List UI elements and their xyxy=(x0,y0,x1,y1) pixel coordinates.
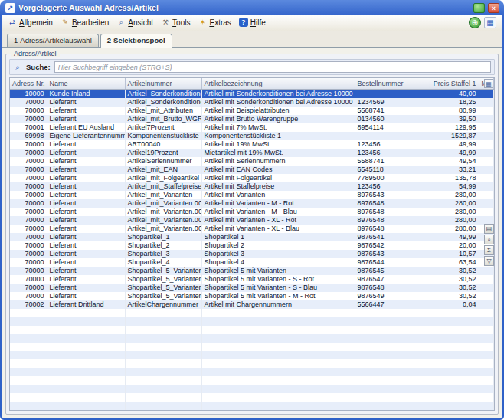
table-row[interactable]: 70000LieferantShopartikel_4Shopartikel 4… xyxy=(10,258,494,267)
empty-cell xyxy=(479,376,494,385)
table-row[interactable]: 70000LieferantArtikel_mit_StaffelpreiseA… xyxy=(10,182,494,191)
cell: Shopartikel_2 xyxy=(125,241,201,250)
cell: Lieferant xyxy=(47,258,125,267)
column-chooser-icon[interactable]: ▦ xyxy=(484,79,493,88)
column-header[interactable]: Artikelbezeichnung xyxy=(201,78,355,89)
table-row[interactable]: 70000LieferantArtikel_mit_VariantenArtik… xyxy=(10,191,494,199)
empty-row xyxy=(10,410,494,412)
cell: 10,57 xyxy=(430,250,479,258)
menu-label: Hilfe xyxy=(250,18,266,27)
grid-side-toolbar: ▤ ⌕ Σ ▽ xyxy=(484,224,494,266)
table-row[interactable]: 70000LieferantShopartikel_5_VariantenSho… xyxy=(10,267,494,275)
table-row[interactable]: 70000LieferantArtikel_mit_Brutto_WGRArti… xyxy=(10,115,494,123)
cell xyxy=(479,174,494,182)
cell: ArtikelChargennummer xyxy=(125,300,201,309)
empty-cell xyxy=(430,368,479,376)
tab-adress-artikelauswahl[interactable]: 1Adress/Artikelauswahl xyxy=(7,34,99,47)
table-row[interactable]: 70000LieferantArtikel_SonderkonditionenA… xyxy=(10,98,494,107)
table-row[interactable]: 70000LieferantArtikel19ProzentMietartike… xyxy=(10,149,494,157)
empty-cell xyxy=(430,376,479,385)
menu-label: Bearbeiten xyxy=(72,18,109,27)
sum-row-button[interactable]: Σ xyxy=(484,245,494,255)
cell: Komponentenstuckliste_1 xyxy=(125,132,201,140)
table-row[interactable]: 70000LieferantShopartikel_5_Varianten.3S… xyxy=(10,292,494,300)
cell: 8976548 xyxy=(355,216,430,225)
menu-hilfe[interactable]: ? Hilfe xyxy=(236,16,270,29)
table-row[interactable]: 70000LieferantArtikel_mit_AttributenArti… xyxy=(10,107,494,115)
cell: Lieferant xyxy=(47,149,125,157)
cell: 6545118 xyxy=(355,166,430,174)
search-input[interactable] xyxy=(54,61,491,73)
column-header[interactable]: Name xyxy=(47,78,125,89)
column-header[interactable]: Artikelnummer xyxy=(125,78,201,89)
column-header[interactable]: Adress-Nr. xyxy=(10,78,47,89)
table-row[interactable]: 70000LieferantShopartikel_5_Varianten.2S… xyxy=(10,284,494,292)
cell: Lieferant xyxy=(47,107,125,115)
cell: 18,25 xyxy=(430,98,479,107)
empty-cell xyxy=(10,317,47,326)
table-row[interactable]: 70000LieferantArtikel_mit_EANArtikel mit… xyxy=(10,166,494,174)
cell: 30,52 xyxy=(430,267,479,275)
groupbox-label: Adress/Artikel xyxy=(11,50,60,57)
column-header[interactable]: Bestellnummer xyxy=(355,78,430,89)
table-row[interactable]: 70000LieferantArtikel_mit_Varianten.005A… xyxy=(10,216,494,225)
cell: Shopartikel 5 mit Varianten - S - Rot xyxy=(201,275,355,284)
table-row[interactable]: 70000LieferantShopartikel_3Shopartikel 3… xyxy=(10,250,494,258)
empty-cell xyxy=(125,385,201,393)
table-row[interactable]: 70000LieferantShopartikel_1Shopartikel 1… xyxy=(10,233,494,241)
table-row[interactable]: 10000Kunde InlandArtikel_Sonderkondition… xyxy=(10,89,494,98)
empty-cell xyxy=(125,410,201,412)
menu-allgemein[interactable]: ⇄ Allgemein xyxy=(5,16,57,29)
table-icon[interactable]: ▦ xyxy=(484,17,496,28)
cell: 70000 xyxy=(10,284,47,292)
empty-cell xyxy=(430,402,479,410)
globe-icon[interactable]: ⊕ xyxy=(469,17,481,28)
close-button[interactable]: × xyxy=(488,3,499,13)
cell xyxy=(479,284,494,292)
column-header[interactable]: Preis Staffel 1 xyxy=(430,78,479,89)
table-row[interactable]: 70000LieferantART00040Artikel mit 19% Mw… xyxy=(10,140,494,149)
minimize-button[interactable] xyxy=(473,3,485,13)
table-row[interactable]: 70000LieferantArtikel_mit_Varianten.003A… xyxy=(10,199,494,208)
table-row[interactable]: 70000LieferantShopartikel_5_Varianten.1S… xyxy=(10,275,494,284)
empty-cell xyxy=(479,393,494,402)
menu-tools[interactable]: ⚒ Tools xyxy=(158,16,194,29)
filter-row-button[interactable]: ▽ xyxy=(484,256,494,266)
empty-row xyxy=(10,351,494,359)
empty-cell xyxy=(125,376,201,385)
menu-extras[interactable]: ✶ Extras xyxy=(195,16,234,29)
table-row[interactable]: 70001Lieferant EU AuslandArtikel7Prozent… xyxy=(10,123,494,132)
cell xyxy=(355,89,430,98)
cell: Shopartikel 5 mit Varianten - S - Blau xyxy=(201,284,355,292)
tab-selektionspool[interactable]: 2Selektionspool xyxy=(100,34,172,48)
cell xyxy=(479,89,494,98)
empty-cell xyxy=(47,343,125,351)
menu-bearbeiten[interactable]: ✎ Bearbeiten xyxy=(57,16,113,29)
cell: Shopartikel_5_Varianten.2 xyxy=(125,284,201,292)
table-row[interactable]: 70000LieferantShopartikel_2Shopartikel 2… xyxy=(10,241,494,250)
empty-cell xyxy=(10,402,47,410)
empty-row xyxy=(10,343,494,351)
empty-cell xyxy=(479,326,494,334)
empty-cell xyxy=(430,343,479,351)
header-row: Adress-Nr.NameArtikelnummerArtikelbezeic… xyxy=(10,78,494,89)
grid-layout-button[interactable]: ▤ xyxy=(484,224,494,234)
quick-search-button[interactable]: ⌕ xyxy=(484,235,494,244)
table-row[interactable]: 69998Eigene Lieferantennummer-FirmaKompo… xyxy=(10,132,494,140)
cell: Lieferant xyxy=(47,275,125,284)
menu-ansicht[interactable]: ⌕ Ansicht xyxy=(113,16,157,29)
cell: 49,54 xyxy=(430,157,479,166)
cell: Artikel_Sonderkonditionen xyxy=(125,89,201,98)
menu-label: Tools xyxy=(172,18,190,27)
table-row[interactable]: 70000LieferantArtikel_mit_FolgeartikelAr… xyxy=(10,174,494,182)
cell: Artikel_mit_Varianten.006 xyxy=(125,225,201,233)
table-row[interactable]: 70002Lieferant DrittlandArtikelChargennu… xyxy=(10,300,494,309)
window-body: ⇄ Allgemein ✎ Bearbeiten ⌕ Ansicht ⚒ Too… xyxy=(2,15,502,418)
cell: 70000 xyxy=(10,166,47,174)
table-row[interactable]: 70000LieferantArtikelSeriennummerArtikel… xyxy=(10,157,494,166)
empty-cell xyxy=(355,410,430,412)
cell: Lieferant xyxy=(47,191,125,199)
table-row[interactable]: 70000LieferantArtikel_mit_Varianten.006A… xyxy=(10,225,494,233)
cell: 0134560 xyxy=(355,115,430,123)
table-row[interactable]: 70000LieferantArtikel_mit_Varianten.004A… xyxy=(10,208,494,216)
